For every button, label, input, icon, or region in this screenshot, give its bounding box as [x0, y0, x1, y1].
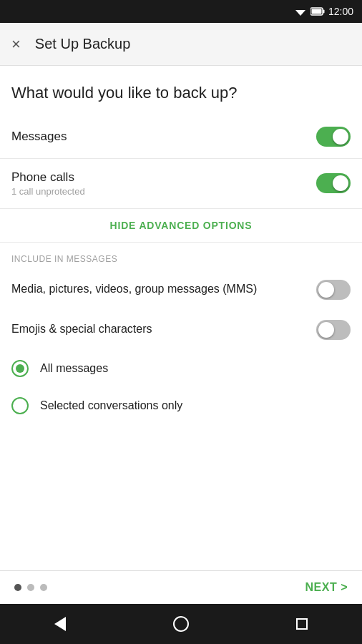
messages-row: Messages — [0, 115, 362, 159]
phone-calls-toggle-thumb — [333, 175, 348, 191]
emojis-toggle[interactable] — [316, 320, 351, 340]
app-bar: × Set Up Backup — [0, 23, 362, 66]
mms-row: Media, pictures, videos, group messages … — [0, 270, 362, 310]
emojis-title: Emojis & special characters — [11, 322, 316, 337]
back-nav-icon — [54, 617, 66, 631]
content-area: What would you like to back up? Messages… — [0, 66, 362, 570]
recents-nav-button[interactable] — [286, 608, 318, 640]
mms-toggle-thumb — [318, 282, 334, 298]
dot-3 — [40, 584, 47, 591]
emojis-row: Emojis & special characters — [0, 310, 362, 350]
hide-advanced-button[interactable]: HIDE ADVANCED OPTIONS — [110, 220, 253, 231]
selected-conversations-radio-circle — [11, 397, 29, 414]
include-in-messages-label: INCLUDE IN MESSAGES — [0, 243, 362, 270]
pagination-row: NEXT > — [0, 571, 362, 604]
wifi-icon — [294, 6, 307, 16]
phone-calls-toggle[interactable] — [316, 173, 351, 193]
phone-calls-subtitle: 1 call unprotected — [11, 186, 85, 197]
question-heading: What would you like to back up? — [0, 66, 362, 115]
phone-calls-text: Phone calls 1 call unprotected — [11, 170, 85, 197]
mms-title: Media, pictures, videos, group messages … — [11, 282, 316, 297]
home-nav-button[interactable] — [165, 608, 197, 640]
messages-toggle-thumb — [333, 129, 348, 145]
hide-advanced-section: HIDE ADVANCED OPTIONS — [0, 209, 362, 243]
back-nav-button[interactable] — [44, 608, 76, 640]
all-messages-radio-circle — [11, 360, 29, 377]
status-icons: 12:00 — [294, 6, 353, 17]
messages-title: Messages — [11, 130, 67, 144]
battery-icon — [310, 7, 325, 16]
home-nav-icon — [173, 616, 189, 632]
svg-rect-2 — [323, 10, 324, 14]
close-button[interactable]: × — [11, 35, 21, 54]
dot-1 — [14, 584, 21, 591]
status-bar: 12:00 — [0, 0, 362, 23]
phone-calls-title: Phone calls — [11, 170, 85, 185]
all-messages-radio-inner — [16, 364, 24, 373]
recents-nav-icon — [296, 618, 308, 630]
pagination-dots — [14, 584, 47, 591]
bottom-area: NEXT > — [0, 570, 362, 604]
svg-rect-3 — [311, 9, 321, 14]
android-nav-bar — [0, 604, 362, 644]
app-bar-title: Set Up Backup — [35, 36, 130, 52]
mms-toggle[interactable] — [316, 280, 351, 300]
emojis-toggle-thumb — [318, 322, 334, 338]
selected-conversations-label: Selected conversations only — [40, 399, 182, 412]
dot-2 — [27, 584, 34, 591]
status-time: 12:00 — [328, 6, 353, 17]
messages-toggle[interactable] — [316, 127, 351, 147]
messages-text: Messages — [11, 130, 67, 144]
selected-conversations-radio-item[interactable]: Selected conversations only — [0, 387, 362, 424]
all-messages-radio-item[interactable]: All messages — [0, 350, 362, 387]
svg-marker-0 — [295, 10, 305, 16]
phone-calls-row: Phone calls 1 call unprotected — [0, 159, 362, 209]
next-button[interactable]: NEXT > — [305, 581, 348, 594]
all-messages-label: All messages — [40, 362, 108, 375]
